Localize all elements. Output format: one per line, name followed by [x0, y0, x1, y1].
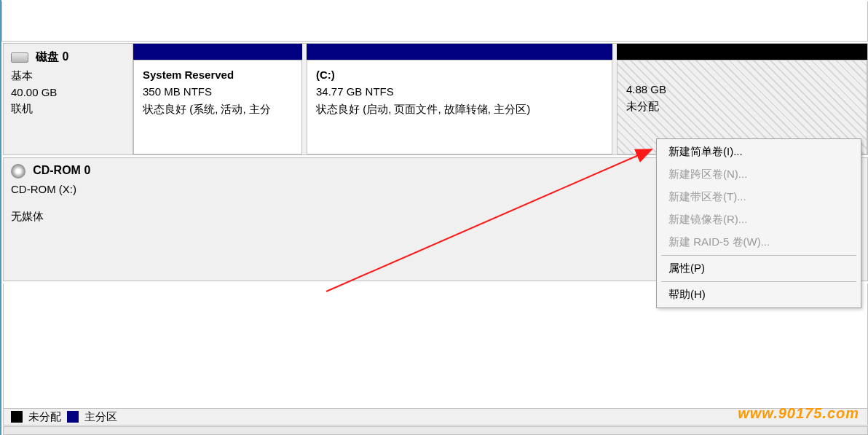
toolbar-area — [1, 1, 868, 42]
legend-swatch-unallocated — [11, 411, 23, 423]
legend-swatch-primary — [67, 411, 79, 423]
cdrom-0-title: CD-ROM 0 — [33, 164, 90, 176]
partition-header — [133, 44, 302, 60]
menu-properties[interactable]: 属性(P) — [658, 257, 859, 280]
partition-system-reserved[interactable]: System Reserved 350 MB NTFS 状态良好 (系统, 活动… — [133, 44, 302, 154]
menu-new-spanned-volume: 新建跨区卷(N)... — [658, 163, 859, 186]
disk-0-size: 40.00 GB — [11, 85, 125, 101]
watermark: www.90175.com — [738, 405, 859, 422]
partition-size: 4.88 GB — [626, 81, 858, 98]
disk-0-info[interactable]: 磁盘 0 基本 40.00 GB 联机 — [4, 44, 133, 154]
partition-status: 状态良好 (启动, 页面文件, 故障转储, 主分区) — [316, 101, 603, 117]
partition-name: (C:) — [316, 66, 603, 83]
cdrom-icon — [11, 164, 25, 179]
partition-c[interactable]: (C:) 34.77 GB NTFS 状态良好 (启动, 页面文件, 故障转储,… — [307, 44, 612, 154]
menu-separator — [661, 281, 856, 282]
legend-label-unallocated: 未分配 — [28, 410, 61, 424]
context-menu: 新建简单卷(I)... 新建跨区卷(N)... 新建带区卷(T)... 新建镜像… — [656, 138, 861, 308]
partition-size: 350 MB NTFS — [143, 83, 293, 100]
partition-header — [617, 44, 867, 60]
menu-new-raid5-volume: 新建 RAID-5 卷(W)... — [658, 231, 859, 254]
disk-0-type: 基本 — [11, 68, 125, 85]
menu-new-striped-volume: 新建带区卷(T)... — [658, 186, 859, 208]
partition-status: 状态良好 (系统, 活动, 主分 — [143, 101, 293, 117]
disk-0-status: 联机 — [11, 101, 125, 117]
partition-status: 未分配 — [626, 98, 858, 114]
partition-size: 34.77 GB NTFS — [316, 83, 603, 100]
partition-name: System Reserved — [143, 66, 293, 83]
legend-label-primary: 主分区 — [84, 410, 117, 424]
menu-new-simple-volume[interactable]: 新建简单卷(I)... — [658, 141, 859, 163]
menu-new-mirrored-volume: 新建镜像卷(R)... — [658, 208, 859, 231]
cdrom-media: 无媒体 — [11, 208, 126, 225]
disk-0-title: 磁盘 0 — [36, 50, 68, 63]
cdrom-drive: CD-ROM (X:) — [11, 181, 126, 198]
horizontal-scrollbar[interactable] — [3, 426, 868, 435]
disk-icon — [11, 52, 28, 63]
cdrom-0-info[interactable]: CD-ROM 0 CD-ROM (X:) 无媒体 — [4, 158, 133, 281]
menu-separator — [661, 255, 856, 256]
menu-help[interactable]: 帮助(H) — [658, 283, 859, 306]
partition-header — [307, 44, 612, 60]
